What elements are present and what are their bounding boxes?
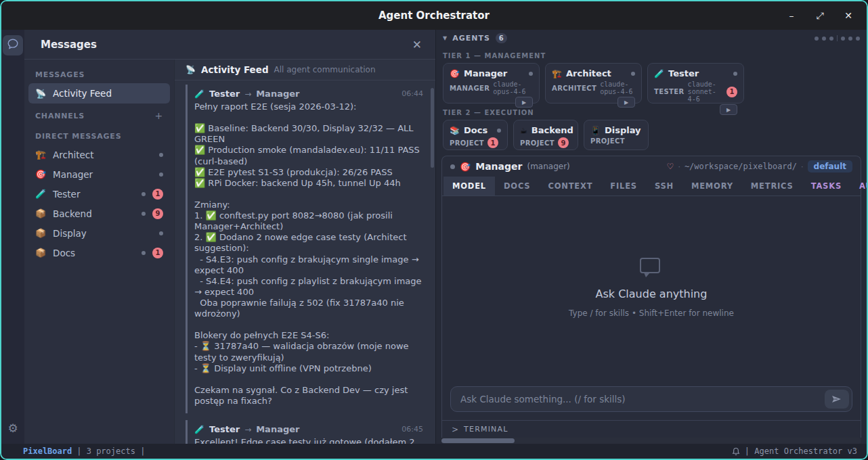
tier1-cards: 🎯 Manager MANAGER claude-opus-4-6 ▶ — [436, 63, 867, 104]
satellite-icon: 📡 — [35, 89, 46, 99]
feed-subtitle: All agent communication — [274, 65, 376, 74]
sidebar-item-dm[interactable]: 🧪 Tester 1 — [28, 184, 170, 204]
tab[interactable]: MODEL — [443, 177, 495, 196]
message-to[interactable]: Manager — [256, 424, 299, 434]
agent-name: Tester — [53, 189, 135, 200]
agent-name: Tester — [668, 68, 729, 78]
tab-label: AUDIT — [859, 181, 868, 191]
messages-section-label: MESSAGES — [24, 64, 174, 83]
tab[interactable]: MEMORY — [682, 177, 742, 196]
tab-label: FILES — [610, 181, 637, 191]
tab[interactable]: CONTEXT — [539, 177, 601, 196]
tab-label: DOCS — [504, 181, 530, 191]
tab-label: METRICS — [751, 181, 794, 191]
agent-card[interactable]: 📚 Docs PROJECT 1 — [443, 120, 508, 150]
scrollbar-thumb[interactable] — [441, 438, 515, 443]
message-body: Pełny raport E2E (sesja 2026-03-12): ✅ B… — [194, 101, 423, 407]
terminal-label: TERMINAL — [464, 425, 508, 434]
agent-icon: 🧪 — [654, 69, 664, 78]
feed-title: Activity Feed — [201, 64, 269, 75]
add-channel-icon[interactable]: + — [154, 110, 163, 121]
agent-card[interactable]: 🎯 Manager MANAGER claude-opus-4-6 ▶ — [443, 63, 540, 104]
tab[interactable]: METRICS — [742, 177, 802, 196]
tab[interactable]: SSH — [646, 177, 682, 196]
sidebar-item-activity-feed[interactable]: 📡 Activity Feed — [28, 83, 170, 104]
sidebar-item-dm[interactable]: 📦 Display — [28, 223, 170, 243]
minimize-icon[interactable]: – — [780, 5, 803, 26]
agent-detail-header: 🎯 Manager (manager) ♡ · ~/workspace/pixe… — [442, 156, 861, 177]
agent-card[interactable]: 🏗️ Architect ARCHITECT claude-opus-4-6 ▶ — [545, 63, 642, 104]
message-from[interactable]: Tester — [209, 89, 240, 99]
statusbar-projects: | 3 projects | — [77, 446, 145, 456]
agent-name: Backend — [531, 125, 573, 135]
channels-sidebar: MESSAGES 📡 Activity Feed CHANNELS + DIRE… — [24, 60, 175, 444]
tab[interactable]: DOCS — [495, 177, 539, 196]
message-from[interactable]: Tester — [209, 424, 240, 434]
tab[interactable]: AUDIT — [850, 177, 868, 196]
agent-role: PROJECT — [590, 137, 625, 145]
tab[interactable]: TASKS — [802, 177, 850, 196]
sidebar-item-dm[interactable]: 📦 Docs 1 — [28, 243, 170, 262]
agent-name: Docs — [53, 248, 135, 258]
agent-name: Backend — [53, 208, 135, 219]
tab-label: TASKS — [811, 181, 842, 191]
unread-badge: 9 — [558, 137, 569, 148]
agent-card[interactable]: 🧪 Tester TESTER claude-sonnet-4-6 1 ▶ — [647, 63, 744, 104]
sender-icon: 🧪 — [194, 425, 204, 434]
agents-header[interactable]: ▼ AGENTS 6 — [436, 30, 867, 47]
tab-label: CONTEXT — [548, 181, 592, 191]
feed-message-list: 🧪 Tester → Manager 06:44 Pełny raport E2… — [175, 80, 435, 444]
close-drawer-icon[interactable]: ✕ — [412, 38, 422, 51]
agent-icon: 📚 — [450, 126, 460, 135]
icon-strip: ⚙ — [1, 30, 24, 444]
agents-status-dots — [815, 35, 860, 41]
close-icon[interactable]: ✕ — [837, 5, 860, 26]
feed-message: 🧪 Tester → Manager 06:45 Excellent! Edge… — [186, 420, 426, 444]
title-bar: Agent Orchestrator – ⤢ ✕ — [1, 1, 867, 30]
agent-role: TESTER — [654, 88, 685, 95]
heart-icon[interactable]: ♡ — [667, 162, 674, 171]
presence-dot — [497, 129, 501, 133]
horizontal-scrollbar[interactable] — [441, 438, 861, 444]
agent-icon: 📦 — [35, 228, 46, 238]
status-dot — [450, 164, 455, 169]
bell-icon[interactable] — [732, 447, 740, 456]
tab[interactable]: FILES — [601, 177, 646, 196]
dm-list: 🏗️ Architect 🎯 Manager — [24, 145, 174, 262]
sidebar-item-dm[interactable]: 🏗️ Architect — [28, 145, 170, 164]
presence-dot — [529, 72, 533, 76]
agent-icon: 🧪 — [35, 189, 46, 199]
agent-name: Architect — [53, 150, 152, 160]
sidebar-item-dm[interactable]: 🎯 Manager — [28, 164, 170, 184]
messages-drawer: Messages ✕ MESSAGES 📡 Activity Feed CHAN… — [24, 30, 436, 444]
unread-badge: 1 — [152, 189, 163, 200]
sidebar-item-dm[interactable]: 📦 Backend 9 — [28, 204, 170, 223]
agent-card[interactable]: 📱 Display PROJECT — [584, 120, 649, 150]
agent-icon: 📦 — [35, 248, 46, 258]
messages-drawer-button[interactable] — [3, 35, 23, 55]
terminal-toggle[interactable]: > TERMINAL — [442, 420, 861, 438]
presence-dot — [159, 172, 163, 177]
chevron-right-icon: > — [452, 425, 458, 434]
claude-prompt-input[interactable] — [450, 386, 852, 412]
dm-section-label: DIRECT MESSAGES — [24, 125, 174, 145]
presence-dot — [142, 212, 146, 216]
send-icon — [831, 395, 842, 403]
message-time: 06:44 — [402, 89, 423, 98]
activity-feed-panel: 📡 Activity Feed All agent communication … — [175, 60, 435, 444]
settings-button[interactable]: ⚙ — [3, 418, 23, 438]
satellite-icon: 📡 — [186, 65, 196, 74]
message-time: 06:45 — [402, 425, 423, 434]
unread-badge: 1 — [152, 248, 163, 258]
feed-scrollbar[interactable] — [431, 88, 434, 168]
message-to[interactable]: Manager — [256, 89, 299, 99]
session-badge[interactable]: default — [808, 160, 852, 172]
send-button[interactable] — [825, 390, 849, 409]
presence-dot — [159, 153, 163, 157]
window-title: Agent Orchestrator — [1, 9, 867, 22]
agent-card[interactable]: ☕ Backend PROJECT 9 — [513, 120, 578, 150]
maximize-icon[interactable]: ⤢ — [808, 5, 831, 26]
manager-icon: 🎯 — [460, 162, 471, 172]
statusbar-app-name[interactable]: PixelBoard — [23, 446, 72, 456]
agent-role: MANAGER — [450, 85, 490, 92]
